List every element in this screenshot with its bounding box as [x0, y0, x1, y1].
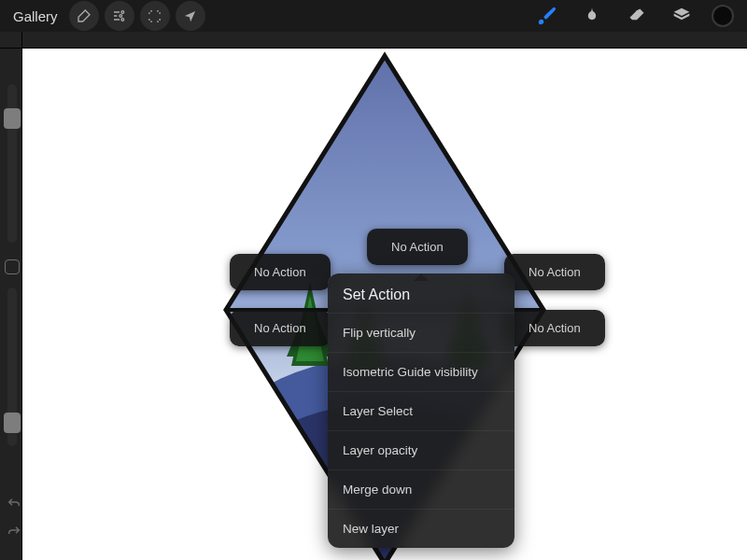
action-flip-vertically[interactable]: Flip vertically [328, 313, 514, 352]
quickmenu-slot-left-upper[interactable]: No Action [230, 254, 331, 290]
svg-point-0 [120, 15, 122, 18]
svg-point-1 [121, 11, 124, 14]
modify-button[interactable] [5, 259, 20, 274]
brush-icon[interactable] [532, 1, 562, 31]
brush-size-slider[interactable] [7, 84, 17, 243]
ruler-horizontal [22, 32, 747, 49]
layers-icon[interactable] [667, 1, 697, 31]
quickmenu-slot-top[interactable]: No Action [367, 229, 468, 265]
transform-icon[interactable] [176, 1, 205, 31]
selection-icon[interactable] [140, 1, 170, 31]
opacity-knob[interactable] [4, 413, 21, 433]
quickmenu-slot-left-lower[interactable]: No Action [230, 310, 331, 346]
color-swatch[interactable] [712, 5, 734, 27]
adjustments-icon[interactable] [105, 1, 134, 31]
opacity-slider[interactable] [7, 287, 17, 446]
redo-icon[interactable] [6, 525, 22, 543]
action-merge-down[interactable]: Merge down [328, 469, 514, 509]
sidebar-sliders [4, 84, 21, 459]
undo-icon[interactable] [6, 497, 22, 515]
gallery-button[interactable]: Gallery [7, 5, 63, 28]
brush-size-knob[interactable] [4, 108, 21, 129]
actions-icon[interactable] [69, 1, 99, 31]
action-layer-select[interactable]: Layer Select [328, 391, 514, 430]
action-isometric-guide[interactable]: Isometric Guide visibility [328, 352, 514, 391]
quickmenu-slot-right-upper[interactable]: No Action [504, 254, 605, 290]
set-action-panel: Set Action Flip vertically Isometric Gui… [328, 273, 514, 548]
ruler-corner [0, 32, 22, 49]
smudge-icon[interactable] [577, 1, 607, 31]
svg-point-2 [121, 19, 124, 21]
eraser-icon[interactable] [622, 1, 652, 31]
top-toolbar: Gallery [0, 0, 747, 32]
action-new-layer[interactable]: New layer [328, 509, 514, 548]
quickmenu-slot-right-lower[interactable]: No Action [504, 310, 605, 346]
action-layer-opacity[interactable]: Layer opacity [328, 430, 514, 469]
panel-title: Set Action [328, 273, 514, 313]
